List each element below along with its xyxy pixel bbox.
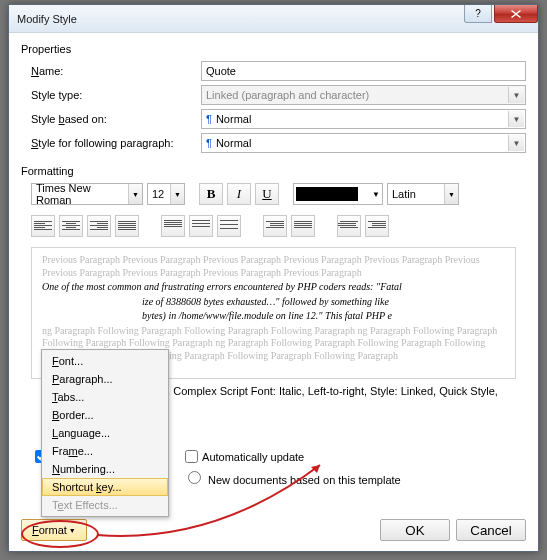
new-docs-label: New documents based on this template	[208, 474, 401, 486]
chevron-down-icon[interactable]: ▼	[444, 184, 458, 204]
line-spacing-1.5-button[interactable]	[189, 215, 213, 237]
chevron-down-icon: ▼	[69, 527, 76, 534]
menu-frame[interactable]: Frame...	[42, 442, 168, 460]
following-combo[interactable]: ¶ Normal ▼	[201, 133, 526, 153]
line-spacing-1-button[interactable]	[161, 215, 185, 237]
help-button[interactable]: ?	[464, 5, 492, 23]
formatting-label: Formatting	[21, 165, 526, 177]
align-center-button[interactable]	[59, 215, 83, 237]
chevron-down-icon[interactable]: ▼	[128, 184, 142, 204]
menu-tabs[interactable]: Tabs...	[42, 388, 168, 406]
chevron-down-icon[interactable]: ▼	[170, 184, 184, 204]
cancel-button[interactable]: Cancel	[456, 519, 526, 541]
menu-paragraph[interactable]: Paragraph...	[42, 370, 168, 388]
underline-button[interactable]: U	[255, 183, 279, 205]
style-type-label: Style type:	[31, 89, 201, 101]
name-input[interactable]	[201, 61, 526, 81]
format-button[interactable]: Format ▼	[21, 519, 87, 541]
based-on-combo[interactable]: ¶ Normal ▼	[201, 109, 526, 129]
format-menu: Font... Paragraph... Tabs... Border... L…	[41, 349, 169, 517]
auto-update-checkbox[interactable]	[185, 450, 198, 463]
bold-button[interactable]: B	[199, 183, 223, 205]
align-justify-button[interactable]	[115, 215, 139, 237]
font-color-picker[interactable]: ▼	[293, 183, 383, 205]
paragraph-mark-icon: ¶	[206, 113, 212, 125]
close-icon	[511, 10, 521, 18]
chevron-down-icon: ▼	[508, 87, 524, 103]
close-button[interactable]	[494, 5, 538, 23]
titlebar: Modify Style ?	[9, 5, 538, 33]
based-on-label: Style based on:	[31, 113, 201, 125]
italic-button[interactable]: I	[227, 183, 251, 205]
following-label: Style for following paragraph:	[31, 137, 201, 149]
script-combo[interactable]: Latin ▼	[387, 183, 459, 205]
new-docs-radio[interactable]	[188, 471, 201, 484]
menu-language[interactable]: Language...	[42, 424, 168, 442]
font-family-combo[interactable]: Times New Roman ▼	[31, 183, 143, 205]
space-before-inc-button[interactable]	[263, 215, 287, 237]
chevron-down-icon[interactable]: ▼	[372, 190, 380, 199]
style-type-combo: Linked (paragraph and character) ▼	[201, 85, 526, 105]
auto-update-label: Automatically update	[202, 451, 304, 463]
menu-shortcut-key[interactable]: Shortcut key...	[42, 478, 168, 496]
indent-decrease-button[interactable]	[337, 215, 361, 237]
align-left-button[interactable]	[31, 215, 55, 237]
menu-font[interactable]: Font...	[42, 352, 168, 370]
space-before-dec-button[interactable]	[291, 215, 315, 237]
line-spacing-2-button[interactable]	[217, 215, 241, 237]
modify-style-dialog: Modify Style ? Properties Name: Style ty…	[8, 4, 539, 552]
color-swatch	[296, 187, 358, 201]
menu-numbering[interactable]: Numbering...	[42, 460, 168, 478]
menu-text-effects: Text Effects...	[42, 496, 168, 514]
align-right-button[interactable]	[87, 215, 111, 237]
properties-label: Properties	[21, 43, 526, 55]
chevron-down-icon[interactable]: ▼	[508, 111, 524, 127]
paragraph-mark-icon: ¶	[206, 137, 212, 149]
name-label: Name:	[31, 65, 201, 77]
ok-button[interactable]: OK	[380, 519, 450, 541]
window-title: Modify Style	[17, 13, 77, 25]
indent-increase-button[interactable]	[365, 215, 389, 237]
font-size-combo[interactable]: 12 ▼	[147, 183, 185, 205]
menu-border[interactable]: Border...	[42, 406, 168, 424]
chevron-down-icon[interactable]: ▼	[508, 135, 524, 151]
